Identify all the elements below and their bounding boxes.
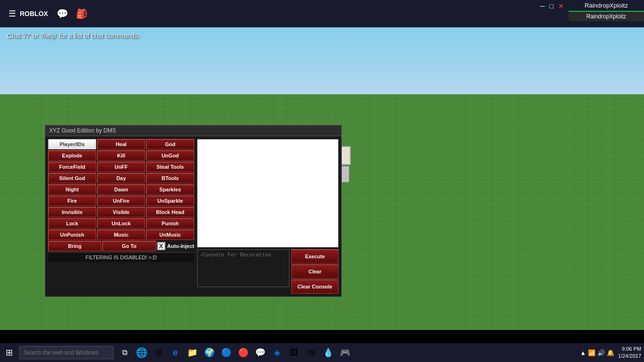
- browser-icon-2[interactable]: 🌍: [202, 346, 216, 360]
- btools-button[interactable]: BTools: [146, 173, 194, 183]
- clear-console-button[interactable]: Clear Console: [291, 280, 339, 294]
- goto-button[interactable]: Go To: [102, 241, 156, 251]
- notification-icon[interactable]: 🔔: [607, 349, 614, 356]
- btn-row-9: UnPunish Music UnMusic: [48, 230, 194, 240]
- execute-button[interactable]: Execute: [291, 249, 339, 263]
- buttons-area: Player/IDs Heal God Explode Kill UnGod F…: [48, 139, 194, 294]
- backpack-icon[interactable]: 🎒: [76, 8, 88, 19]
- night-button[interactable]: Night: [48, 184, 96, 195]
- action-buttons: Execute Clear Clear Console: [291, 249, 339, 294]
- btn-row-3: ForceField UnFF Steal Tools: [48, 162, 194, 172]
- steam-icon[interactable]: ⚙: [151, 346, 165, 360]
- expand-tray-icon[interactable]: ▲: [580, 349, 586, 356]
- fire-button[interactable]: Fire: [48, 196, 96, 206]
- silent-god-button[interactable]: Silent God: [48, 173, 96, 183]
- drop-icon[interactable]: 💧: [321, 346, 335, 360]
- clear-button[interactable]: Clear: [291, 264, 339, 279]
- panel-title-bar[interactable]: XYZ Good Edition by DMS: [45, 125, 341, 136]
- visible-button[interactable]: Visible: [97, 207, 145, 217]
- bring-button[interactable]: Bring: [48, 241, 101, 251]
- task-view-icon[interactable]: ⧉: [117, 346, 132, 360]
- unmusic-button[interactable]: UnMusic: [146, 230, 194, 240]
- roblox-title: ROBLOX: [20, 10, 48, 17]
- kill-button[interactable]: Kill: [97, 150, 145, 161]
- script-display: [197, 139, 339, 247]
- btn-row-10: Bring Go To X Auto-Inject: [48, 241, 194, 251]
- btn-row-8: Lock UnLock Punish: [48, 218, 194, 229]
- username-display: RaindropXploitz: [569, 0, 644, 12]
- console-input[interactable]: [197, 249, 289, 287]
- panel-content: Player/IDs Heal God Explode Kill UnGod F…: [45, 136, 341, 296]
- auto-inject-label: Auto-Inject: [167, 243, 194, 249]
- auto-inject-checkbox[interactable]: X: [157, 242, 165, 250]
- lock-button[interactable]: Lock: [48, 218, 96, 229]
- username-dropdown[interactable]: RaindropXploitz: [569, 12, 644, 21]
- system-tray: ▲ 📶 🔊 🔔: [580, 349, 614, 356]
- btn-row-1: Player/IDs Heal God: [48, 139, 194, 149]
- browser-icon-1[interactable]: 🌐: [134, 346, 149, 360]
- god-button[interactable]: God: [146, 139, 194, 149]
- checkbox-mark: X: [159, 242, 163, 250]
- store-icon[interactable]: 🛍: [304, 346, 318, 360]
- exploit-panel: XYZ Good Edition by DMS Player/IDs Heal …: [45, 125, 342, 297]
- forcefield-button[interactable]: ForceField: [48, 162, 96, 172]
- block-head-button[interactable]: Block Head: [146, 207, 194, 217]
- clock[interactable]: 9:06 PM 1/24/2017: [618, 346, 641, 360]
- minimize-btn[interactable]: ─: [540, 2, 545, 10]
- auto-inject-container: X Auto-Inject: [157, 241, 194, 251]
- user-panel: RaindropXploitz RaindropXploitz: [569, 0, 644, 27]
- taskbar-icons: ⧉ 🌐 ⚙ e 📁 🌍 🔵 🔴 💬 ◈ 🖼 🛍 💧 🎮: [117, 346, 352, 360]
- unlock-button[interactable]: UnLock: [97, 218, 145, 229]
- btn-row-6: Fire UnFire UnSparkle: [48, 196, 194, 206]
- player-ids-button[interactable]: Player/IDs: [48, 139, 96, 149]
- explode-button[interactable]: Explode: [48, 150, 96, 161]
- roblox-tb-icon[interactable]: 🎮: [338, 346, 352, 360]
- network-icon[interactable]: 📶: [588, 349, 595, 356]
- unfire-button[interactable]: UnFire: [97, 196, 145, 206]
- dawn-button[interactable]: Dawn: [97, 184, 145, 195]
- vscode-icon[interactable]: ◈: [270, 346, 284, 360]
- chat-hint: Chat '/?' or '/help' for a list of chat …: [7, 32, 140, 40]
- taskbar-right: ▲ 📶 🔊 🔔 9:06 PM 1/24/2017: [580, 346, 641, 360]
- search-bar[interactable]: [19, 346, 114, 359]
- unsparkle-button[interactable]: UnSparkle: [146, 196, 194, 206]
- photo-icon[interactable]: 🖼: [287, 346, 301, 360]
- heal-button[interactable]: Heal: [97, 139, 145, 149]
- sparkles-button[interactable]: Sparkles: [146, 184, 194, 195]
- btn-row-7: Invisible Visible Block Head: [48, 207, 194, 217]
- taskbar: ⊞ ⧉ 🌐 ⚙ e 📁 🌍 🔵 🔴 💬 ◈ 🖼 🛍 💧 🎮 ▲ 📶 🔊 🔔 9:…: [0, 343, 644, 362]
- btn-row-5: Night Dawn Sparkles: [48, 184, 194, 195]
- top-bar: ☰ ROBLOX 💬 🎒 ─ □ ✕ RaindropXploitz Raind…: [0, 0, 644, 27]
- steal-tools-button[interactable]: Steal Tools: [146, 162, 194, 172]
- console-input-area: Execute Clear Clear Console: [197, 249, 339, 294]
- clock-time: 9:06 PM: [618, 346, 641, 353]
- right-area: Execute Clear Clear Console: [197, 139, 339, 294]
- window-controls: ─ □ ✕: [540, 2, 564, 10]
- day-button[interactable]: Day: [97, 173, 145, 183]
- chrome-icon[interactable]: 🔴: [236, 346, 250, 360]
- clock-date: 1/24/2017: [618, 353, 641, 360]
- maximize-btn[interactable]: □: [550, 2, 553, 10]
- btn-row-2: Explode Kill UnGod: [48, 150, 194, 161]
- panel-title: XYZ Good Edition by DMS: [49, 127, 116, 134]
- ie-icon[interactable]: e: [168, 346, 182, 360]
- filter-text: FILTERING IS DISABLED! >:D: [48, 252, 194, 262]
- chat-icon[interactable]: 💬: [57, 8, 68, 19]
- close-btn[interactable]: ✕: [558, 2, 564, 10]
- invisible-button[interactable]: Invisible: [48, 207, 96, 217]
- browser-icon-3[interactable]: 🔵: [219, 346, 233, 360]
- volume-icon[interactable]: 🔊: [597, 349, 605, 356]
- folder-icon[interactable]: 📁: [185, 346, 199, 360]
- btn-row-4: Silent God Day BTools: [48, 173, 194, 183]
- punish-button[interactable]: Punish: [146, 218, 194, 229]
- unff-button[interactable]: UnFF: [97, 162, 145, 172]
- menu-icon[interactable]: ☰: [8, 8, 16, 19]
- music-button[interactable]: Music: [97, 230, 145, 240]
- start-button[interactable]: ⊞: [3, 346, 16, 359]
- ungod-button[interactable]: UnGod: [146, 150, 194, 161]
- discord-icon[interactable]: 💬: [253, 346, 267, 360]
- unpunish-button[interactable]: UnPunish: [48, 230, 96, 240]
